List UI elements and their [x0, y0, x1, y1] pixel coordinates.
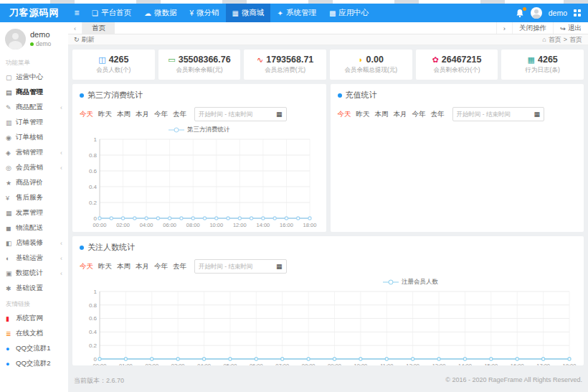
consume-trend-icon: ∿ — [257, 55, 263, 65]
filter-4[interactable]: 今年 — [154, 262, 168, 271]
stat-card[interactable]: ◫4265会员人数(个) — [72, 50, 155, 80]
sidebar-item-1-0[interactable]: ▮系统官网 — [0, 311, 68, 326]
sidebar-item-0-6[interactable]: ◎会员营销‹ — [0, 160, 68, 175]
stat-value: 26467215 — [442, 55, 482, 65]
sidebar-item-0-11[interactable]: ◧店铺装修‹ — [0, 235, 68, 251]
nav-item-1[interactable]: ☁微数据 — [138, 4, 184, 22]
sidebar-item-1-2[interactable]: ●QQ交流群1 — [0, 341, 68, 356]
notification-bell-icon[interactable] — [516, 9, 524, 18]
filter-3[interactable]: 本月 — [136, 110, 149, 119]
chevron-left-icon: ‹ — [60, 270, 62, 277]
sidebar-user-card[interactable]: demo demo — [0, 22, 68, 55]
toolbar: ↻ 刷新 ⌂ 首页 > 首页 — [68, 34, 588, 45]
sidebar-menu: 功能菜单▢运营中心▤商品管理✎商品配置‹▥订单管理◉订单核销◈营销管理‹◎会员营… — [0, 55, 68, 371]
nav-item-label: 微商城 — [242, 8, 265, 18]
sidebar-item-label: 商品管理 — [16, 88, 43, 97]
sidebar-item-0-9[interactable]: ▦发票管理 — [0, 205, 68, 220]
tab-back-button[interactable]: ‹ — [68, 22, 82, 34]
sidebar-item-0-5[interactable]: ◈营销管理‹ — [0, 145, 68, 160]
date-range-picker[interactable]: ▦ — [194, 107, 287, 121]
qq-group-icon: ● — [6, 345, 16, 353]
svg-text:0.8: 0.8 — [89, 152, 98, 159]
filter-4[interactable]: 今年 — [154, 110, 168, 119]
sidebar-item-0-13[interactable]: ▣数据统计‹ — [0, 266, 68, 281]
chevron-left-icon: ‹ — [60, 149, 62, 157]
quick-apps-icon[interactable] — [574, 9, 581, 17]
user-avatar[interactable] — [531, 7, 542, 19]
username[interactable]: demo — [549, 9, 567, 17]
nav-item-5[interactable]: ▩应用中心 — [323, 4, 375, 22]
chart-legend[interactable]: 第三方消费统计 — [80, 126, 319, 134]
refresh-button[interactable]: ↻ 刷新 — [74, 35, 95, 45]
panel-title: 关注人数统计 — [87, 242, 135, 253]
filter-2[interactable]: 本周 — [117, 110, 131, 119]
sidebar-item-1-3[interactable]: ●QQ交流群2 — [0, 356, 68, 371]
svg-text:14:00: 14:00 — [256, 222, 270, 228]
date-range-input[interactable] — [199, 263, 273, 270]
sidebar-item-0-1[interactable]: ▤商品管理 — [0, 85, 68, 100]
filter-row: 今天昨天本周本月今年去年▦ — [80, 259, 577, 274]
filter-3[interactable]: 本月 — [136, 262, 149, 271]
date-range-input[interactable] — [457, 111, 531, 118]
stat-value: 4265 — [109, 55, 129, 65]
filter-2[interactable]: 本周 — [375, 110, 389, 119]
filter-0[interactable]: 今天 — [338, 110, 351, 119]
sidebar-item-0-8[interactable]: ¥售后服务 — [0, 190, 68, 205]
sidebar-item-0-4[interactable]: ◉订单核销 — [0, 130, 68, 145]
legend-marker-icon — [383, 279, 399, 286]
tab-forward-button[interactable]: › — [496, 22, 512, 34]
sidebar-item-0-7[interactable]: ★商品评价 — [0, 175, 68, 190]
breadcrumb-item[interactable]: 首页 — [549, 35, 561, 45]
nav-item-3[interactable]: ▦微商城 — [226, 4, 271, 22]
sidebar-item-0-14[interactable]: ✱基础设置 — [0, 281, 68, 296]
close-operations-button[interactable]: 关闭操作 — [512, 22, 553, 34]
panel-recharge: 充值统计今天昨天本周本月今年去年▦ — [331, 84, 584, 232]
filter-1[interactable]: 昨天 — [98, 262, 112, 271]
svg-text:0.6: 0.6 — [89, 315, 98, 322]
sidebar-item-0-10[interactable]: ◼物流配送 — [0, 220, 68, 235]
filter-1[interactable]: 昨天 — [98, 110, 112, 119]
logistics-icon: ◼ — [6, 225, 16, 232]
app-logo[interactable]: 刀客源码网 — [0, 6, 68, 19]
online-status-icon — [30, 42, 34, 46]
sidebar-item-0-2[interactable]: ✎商品配置‹ — [0, 100, 68, 115]
sidebar-item-0-3[interactable]: ▥订单管理 — [0, 115, 68, 130]
date-range-input[interactable] — [199, 111, 273, 118]
svg-text:04:00: 04:00 — [197, 363, 211, 365]
stat-card[interactable]: ∿1793568.71会员总消费(元) — [244, 50, 326, 80]
sidebar-section-label: 友情链接 — [0, 296, 68, 311]
nav-item-label: 微分销 — [196, 8, 219, 18]
sidebar-item-label: QQ交流群1 — [16, 344, 51, 353]
sidebar-item-0-0[interactable]: ▢运营中心 — [0, 70, 68, 85]
stat-card[interactable]: ◗0.00会员余额总提现(元) — [330, 50, 412, 80]
sidebar-item-1-1[interactable]: ≣在线文档 — [0, 326, 68, 341]
sidebar-toggle[interactable]: ≡ — [68, 8, 85, 18]
nav-item-4[interactable]: ✦系统管理 — [270, 4, 322, 22]
panel-header: 关注人数统计 — [80, 242, 577, 253]
filter-2[interactable]: 本周 — [117, 262, 131, 271]
tab-home[interactable]: 首页 — [82, 22, 115, 34]
filter-5[interactable]: 去年 — [431, 110, 445, 119]
nav-item-0[interactable]: ❏平台首页 — [85, 4, 138, 22]
chart-legend[interactable]: 注册会员人数 — [162, 278, 584, 286]
filter-5[interactable]: 去年 — [173, 110, 186, 119]
filter-0[interactable]: 今天 — [80, 110, 93, 119]
nav-item-2[interactable]: ¥微分销 — [183, 4, 225, 22]
svg-text:08:00: 08:00 — [186, 222, 200, 228]
filter-3[interactable]: 本月 — [394, 110, 407, 119]
filter-5[interactable]: 去年 — [173, 262, 186, 271]
svg-text:12:00: 12:00 — [406, 363, 419, 365]
filter-1[interactable]: 昨天 — [356, 110, 370, 119]
stat-card[interactable]: ▭35508366.76会员剩余余额(元) — [158, 50, 241, 80]
filter-0[interactable]: 今天 — [80, 262, 93, 271]
panel-third-party-consume: 第三方消费统计今天昨天本周本月今年去年▦第三方消费统计00.20.40.60.8… — [72, 84, 326, 232]
chevron-left-icon: ‹ — [60, 255, 62, 262]
sidebar-item-0-12[interactable]: ◐基础运营‹ — [0, 251, 68, 266]
date-range-picker[interactable]: ▦ — [452, 107, 545, 121]
date-range-picker[interactable]: ▦ — [194, 259, 287, 274]
stat-card[interactable]: ▦4265行为日志(条) — [501, 50, 584, 80]
stat-card[interactable]: ✿26467215会员剩余积分(个) — [416, 50, 498, 80]
stat-card-top: ✿26467215 — [432, 55, 482, 65]
filter-4[interactable]: 今年 — [412, 110, 426, 119]
logout-button[interactable]: ↪ 退出 — [553, 22, 588, 34]
